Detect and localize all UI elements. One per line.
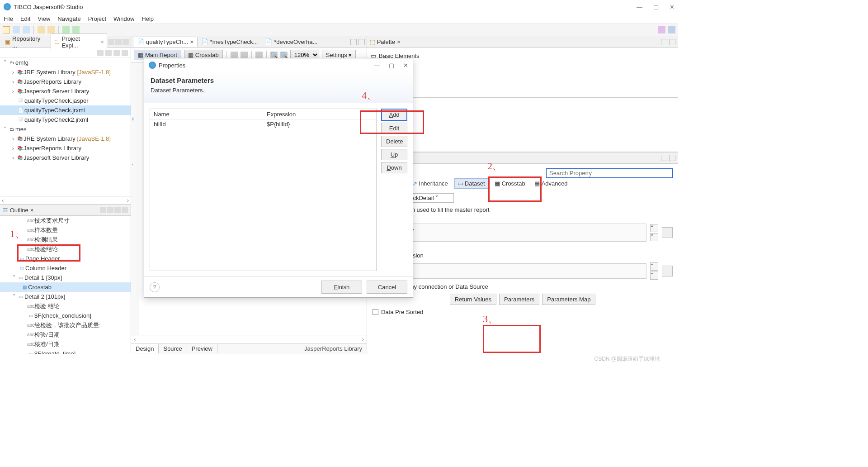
ptab-dataset[interactable]: ▭Dataset xyxy=(454,178,488,189)
scroll-left-icon[interactable]: ‹ xyxy=(2,197,4,204)
menu-help[interactable]: Help xyxy=(142,15,154,22)
ptab-crosstab[interactable]: ▦Crosstab xyxy=(492,179,528,188)
dialog-minimize-icon[interactable]: — xyxy=(374,62,380,69)
library-label: JasperReports Library xyxy=(304,345,367,352)
editor-tab-2[interactable]: 📄*mesTypeCheck... xyxy=(198,37,262,47)
dialog-logo-icon xyxy=(149,62,156,69)
minimize-icon[interactable]: — xyxy=(637,4,642,10)
ptab-advanced[interactable]: ▤Advanced xyxy=(532,179,571,188)
close-tab-icon[interactable]: × xyxy=(100,38,104,45)
parameters-map-button[interactable]: Parameters Map xyxy=(542,294,595,305)
params-table[interactable]: Name Expression billId $P{billId} xyxy=(150,109,377,271)
close-outline-icon[interactable]: × xyxy=(30,207,34,214)
view-menu-icon[interactable] xyxy=(108,39,114,45)
save-icon[interactable] xyxy=(13,26,20,33)
menu-project[interactable]: Project xyxy=(88,15,106,22)
menu-bar: File Edit View Navigate Project Window H… xyxy=(0,14,678,24)
down-button[interactable]: Down xyxy=(381,162,407,173)
undo-icon[interactable] xyxy=(38,26,45,33)
menu-view[interactable]: View xyxy=(38,15,50,22)
menu-file[interactable]: File xyxy=(4,15,13,22)
props-max-icon[interactable] xyxy=(669,155,675,161)
dialog-close-icon[interactable]: ✕ xyxy=(403,62,408,69)
menu-edit[interactable]: Edit xyxy=(20,15,30,22)
app-logo-icon xyxy=(4,3,11,10)
palette-icon: ⬚ xyxy=(370,38,375,45)
more-icon[interactable] xyxy=(122,50,128,56)
palette-basic[interactable]: ▭Basic Elements xyxy=(370,51,675,61)
data-pre-sorted-check[interactable]: Data Pre Sorted xyxy=(373,309,423,315)
scroll-down-icon-2[interactable]: ˅ xyxy=(650,272,658,280)
maximize-icon[interactable]: ▢ xyxy=(653,4,659,10)
help-icon[interactable]: ? xyxy=(150,282,160,292)
close-icon[interactable]: ✕ xyxy=(670,4,675,10)
edit-expr-icon-2[interactable] xyxy=(662,266,673,276)
scroll-left-icon[interactable]: ‹ xyxy=(134,336,136,343)
ds-desc: ty Data Source xyxy=(373,245,673,252)
scroll-right-icon[interactable]: › xyxy=(127,197,129,204)
ptab-inheritance[interactable]: ↗Inheritance xyxy=(410,179,451,188)
menu-navigate[interactable]: Navigate xyxy=(57,15,80,22)
filter-icon[interactable] xyxy=(113,50,120,56)
scroll-up-icon[interactable]: ˄ xyxy=(650,224,658,232)
title-bar: TIBCO Jaspersoft® Studio — ▢ ✕ xyxy=(0,0,678,14)
minimize-editor-icon[interactable] xyxy=(350,39,357,45)
maximize-editor-icon[interactable] xyxy=(359,39,365,45)
table-row[interactable]: billId $P{billId} xyxy=(150,120,376,129)
new-icon[interactable] xyxy=(3,26,10,33)
search-property-input[interactable] xyxy=(546,168,673,178)
parameters-button[interactable]: Parameters xyxy=(499,294,539,305)
min-palette-icon[interactable] xyxy=(661,39,667,45)
dialog-maximize-icon[interactable]: ▢ xyxy=(389,62,394,69)
watermark: CSDN @圆滚滚奶手绒球球 xyxy=(594,355,660,363)
scroll-right-icon[interactable]: › xyxy=(362,336,364,343)
return-values-button[interactable]: Return Values xyxy=(450,294,496,305)
dialog-subheading: Dataset Parameters. xyxy=(151,87,406,94)
delete-button[interactable]: Delete xyxy=(381,136,407,147)
tab-source[interactable]: Source xyxy=(159,344,187,353)
up-button[interactable]: Up xyxy=(381,149,407,160)
tab-design[interactable]: Design xyxy=(131,344,159,353)
max-palette-icon[interactable] xyxy=(669,39,675,45)
scroll-down-icon[interactable]: ˅ xyxy=(650,233,658,241)
link-icon[interactable] xyxy=(105,50,112,56)
minimize-outline-icon[interactable] xyxy=(114,207,121,213)
maximize-view-icon[interactable] xyxy=(123,39,129,45)
outline-tree[interactable]: abc技术要求尺寸 abc样本数量 abc检测结果 abc检验结论 ▭Page … xyxy=(0,216,131,354)
outline-crosstab[interactable]: ▦Crosstab xyxy=(0,282,131,292)
perspective-icon[interactable] xyxy=(658,26,665,33)
editor-tab-1[interactable]: 📄qualityTypeCh...× xyxy=(133,37,198,47)
editor-tab-3[interactable]: 📄*deviceOverha... xyxy=(261,37,321,47)
outline-tb-icon-2[interactable] xyxy=(107,207,113,213)
connection-expr[interactable]: ONNECTION} xyxy=(373,224,646,242)
dialog-title: Properties xyxy=(159,62,185,69)
add-button[interactable]: AAdddd xyxy=(381,109,407,121)
project-tree[interactable]: ˅🗀emfg ›📚JRE System Library [JavaSE-1.8]… xyxy=(0,58,131,196)
edit-button[interactable]: Edit xyxy=(381,123,407,134)
maximize-outline-icon[interactable] xyxy=(122,207,128,213)
col-name: Name xyxy=(150,109,263,119)
finish-button[interactable]: Finish xyxy=(321,281,362,294)
collapse-icon[interactable] xyxy=(97,50,104,56)
run-icon[interactable] xyxy=(72,26,80,33)
outline-view-header: ☰ Outline × xyxy=(0,204,131,216)
datasource-expr[interactable] xyxy=(373,263,646,279)
close-palette-icon[interactable]: × xyxy=(397,38,401,45)
props-min-icon[interactable] xyxy=(661,155,667,161)
perspective-icon-2[interactable] xyxy=(668,26,675,33)
tab-preview[interactable]: Preview xyxy=(187,344,217,353)
redo-icon[interactable] xyxy=(47,26,55,33)
ds-desc-2: asource expression xyxy=(373,252,673,259)
edit-expr-icon[interactable] xyxy=(662,227,673,238)
outline-tb-icon[interactable] xyxy=(100,207,106,213)
folder-icon: 🗀 xyxy=(54,38,60,45)
dialog-heading: Dataset Parameters xyxy=(151,76,406,84)
properties-dialog: Properties — ▢ ✕ Dataset Parameters Data… xyxy=(144,58,413,298)
palette-elements[interactable]: ements xyxy=(370,100,675,111)
scroll-up-icon-2[interactable]: ˄ xyxy=(650,262,658,271)
cancel-button[interactable]: Cancel xyxy=(367,281,407,294)
save-all-icon[interactable] xyxy=(23,26,30,33)
menu-window[interactable]: Window xyxy=(113,15,134,22)
minimize-view-icon[interactable] xyxy=(115,39,122,45)
build-icon[interactable] xyxy=(62,26,70,33)
